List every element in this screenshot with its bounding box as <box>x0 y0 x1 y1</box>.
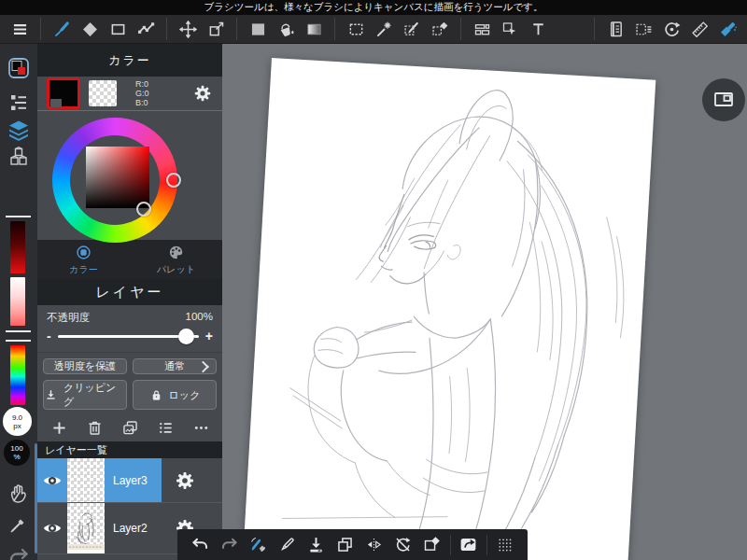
rail-redo[interactable] <box>7 544 31 560</box>
brush-size-indicator[interactable]: 9.0 px <box>3 407 32 436</box>
sv-handle[interactable] <box>136 202 151 217</box>
opacity-slider[interactable] <box>58 335 199 338</box>
tool-polyline-pen[interactable] <box>132 15 160 44</box>
more-options-button[interactable] <box>191 418 211 438</box>
tool-ruler[interactable] <box>685 15 713 44</box>
tool-transform[interactable] <box>202 15 230 44</box>
layer-visibility-toggle[interactable] <box>37 503 67 553</box>
layer-row-main[interactable]: Layer3 <box>37 458 162 502</box>
duplicate-layer-button[interactable] <box>120 418 140 438</box>
blend-mode-button[interactable]: 通常 <box>133 358 217 374</box>
brush-size-unit: px <box>13 422 21 430</box>
tint-gradient-bar[interactable] <box>10 277 25 326</box>
floating-preview-button[interactable] <box>702 78 745 121</box>
layer-row-main[interactable]: Layer2 <box>37 503 162 553</box>
stylus-pen-icon <box>7 513 30 536</box>
lock-button[interactable]: ロック <box>133 380 217 410</box>
menu-button[interactable] <box>6 15 34 44</box>
undo-button[interactable] <box>189 529 211 560</box>
tool-reset-rotate[interactable] <box>657 15 685 44</box>
tool-fill-square[interactable] <box>244 15 272 44</box>
tool-hint-bar: ブラシツールは、様々なブラシによりキャンバスに描画を行うツールです。 <box>0 0 747 15</box>
share-button[interactable] <box>458 529 480 560</box>
redo-button[interactable] <box>218 529 240 560</box>
tool-text[interactable] <box>524 15 552 44</box>
gear-icon <box>192 83 213 104</box>
color-tab-icon <box>75 244 92 261</box>
tool-airbrush[interactable] <box>713 15 741 44</box>
clipping-button[interactable]: クリッピング <box>43 380 127 410</box>
clipping-label: クリッピング <box>63 381 126 409</box>
tool-material-panel[interactable] <box>601 15 629 44</box>
ruler-icon <box>690 20 710 39</box>
tool-split-view[interactable] <box>468 15 496 44</box>
magic-wand-icon <box>374 20 394 39</box>
rail-materials[interactable] <box>7 145 31 169</box>
tool-magic-wand[interactable] <box>370 15 398 44</box>
tool-brush[interactable] <box>48 15 76 44</box>
tool-object-select[interactable] <box>496 15 524 44</box>
opacity-value: 100% <box>186 311 213 325</box>
hue-gradient-bar[interactable] <box>10 345 25 405</box>
layer-thumbnail[interactable] <box>67 503 105 553</box>
palette-tab-label: パレット <box>157 263 195 276</box>
protect-alpha-button[interactable]: 透明度を保護 <box>43 358 127 374</box>
layer-name[interactable]: Layer3 <box>105 458 162 502</box>
tool-rail: 9.0 px 100 % <box>0 44 37 560</box>
tab-color[interactable]: カラー <box>37 240 130 279</box>
tool-move[interactable] <box>174 15 202 44</box>
drag-handle[interactable] <box>494 529 516 560</box>
clear-button[interactable] <box>421 529 444 560</box>
color-settings-button[interactable] <box>192 83 213 104</box>
delete-layer-button[interactable] <box>85 418 105 438</box>
tool-gradient[interactable] <box>300 15 328 44</box>
canvas-area[interactable] <box>222 44 747 560</box>
brush-eraser-toggle-button[interactable] <box>247 529 269 560</box>
layer-visibility-toggle[interactable] <box>37 458 67 502</box>
rgb-readout: R:0 G:0 B:0 <box>135 79 149 107</box>
tool-select-rect[interactable] <box>342 15 370 44</box>
rail-stylus-tool[interactable] <box>7 512 31 537</box>
copy-button[interactable] <box>333 529 356 560</box>
saturation-value-square[interactable] <box>86 147 149 208</box>
brush-list-icon <box>7 91 30 114</box>
select-eraser-icon <box>430 20 450 39</box>
tool-paint-bucket[interactable] <box>272 15 300 44</box>
rail-layers[interactable] <box>7 118 31 142</box>
tab-palette[interactable]: パレット <box>130 240 222 279</box>
rail-hand-tool[interactable] <box>7 481 31 505</box>
tool-select-eraser[interactable] <box>426 15 454 44</box>
select-menu-icon <box>634 20 654 39</box>
layer-row-layer3[interactable]: Layer3 <box>37 458 222 503</box>
foreground-color-swatch[interactable] <box>47 77 80 109</box>
color-swatch-icon <box>7 57 30 79</box>
opacity-slider-knob[interactable] <box>178 329 194 344</box>
pen-button[interactable] <box>275 529 298 560</box>
hand-icon <box>7 482 30 504</box>
hue-handle[interactable] <box>166 173 181 188</box>
shade-gradient-bar[interactable] <box>10 221 25 273</box>
rail-brush-list[interactable] <box>7 91 31 115</box>
save-button[interactable] <box>304 529 327 560</box>
opacity-plus[interactable]: + <box>205 331 213 341</box>
color-tab-label: カラー <box>69 263 97 276</box>
add-layer-button[interactable] <box>49 418 69 438</box>
layer-settings-button[interactable] <box>174 469 196 492</box>
tool-shape-rect[interactable] <box>104 15 132 44</box>
layer-list-button[interactable] <box>156 418 176 438</box>
rotate-reset-button[interactable] <box>392 529 415 560</box>
tool-select-pen[interactable] <box>398 15 426 44</box>
tool-eraser[interactable] <box>76 15 104 44</box>
zoom-unit: % <box>13 453 20 461</box>
drawing-canvas[interactable] <box>234 58 656 560</box>
clipping-icon <box>44 388 58 402</box>
opacity-minus[interactable]: - <box>47 331 51 341</box>
flip-horizontal-button[interactable] <box>362 529 385 560</box>
transparent-color-swatch[interactable] <box>89 80 117 106</box>
tool-select-menu[interactable] <box>629 15 657 44</box>
layer-name[interactable]: Layer2 <box>105 503 162 553</box>
zoom-indicator[interactable]: 100 % <box>4 440 30 466</box>
rail-color-tool[interactable] <box>7 56 31 80</box>
layer-thumbnail[interactable] <box>67 458 105 502</box>
zoom-value: 100 <box>10 444 22 453</box>
